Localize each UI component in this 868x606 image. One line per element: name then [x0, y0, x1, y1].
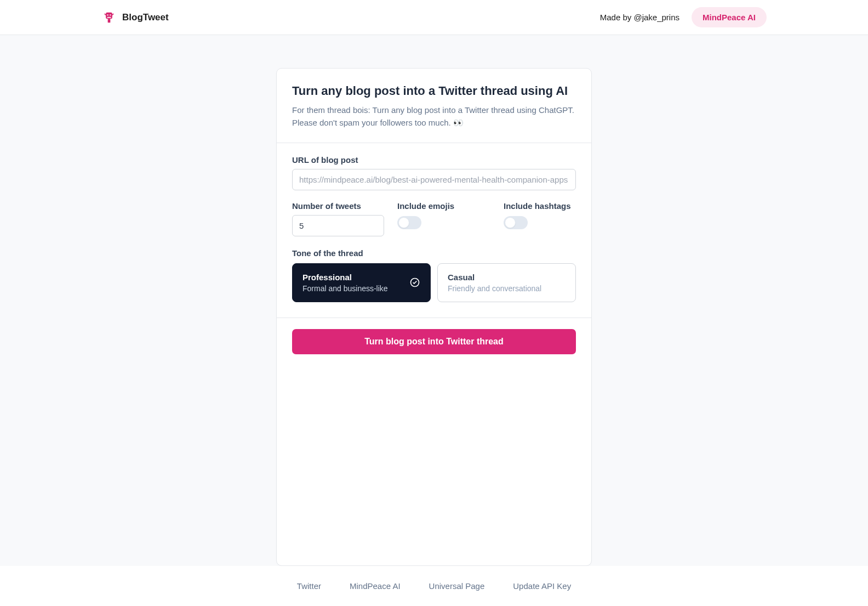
header-right: Made by @jake_prins MindPeace AI [600, 7, 767, 27]
card-body: URL of blog post Number of tweets Includ… [277, 143, 591, 318]
emojis-label: Include emojis [397, 201, 490, 211]
tone-title: Professional [302, 273, 420, 282]
made-by-link[interactable]: Made by @jake_prins [600, 13, 679, 22]
svg-line-5 [105, 14, 106, 15]
col-hashtags: Include hashtags [504, 201, 576, 236]
url-label: URL of blog post [292, 155, 576, 165]
tone-options: Professional Formal and business-like Ca… [292, 263, 576, 302]
card-title: Turn any blog post into a Twitter thread… [292, 84, 576, 98]
tone-section: Tone of the thread Professional Formal a… [292, 248, 576, 302]
svg-rect-3 [107, 16, 111, 18]
form-row-options: Number of tweets Include emojis Include … [292, 201, 576, 236]
svg-line-6 [112, 14, 113, 15]
footer-link-twitter[interactable]: Twitter [297, 581, 321, 591]
hashtags-label: Include hashtags [504, 201, 576, 211]
tone-desc: Formal and business-like [302, 284, 420, 293]
brand[interactable]: BlogTweet [101, 10, 169, 25]
card-subtitle: For them thread bois: Turn any blog post… [292, 104, 576, 129]
url-input[interactable] [292, 169, 576, 190]
tone-professional[interactable]: Professional Formal and business-like [292, 263, 431, 302]
main: Turn any blog post into a Twitter thread… [0, 35, 868, 566]
tone-desc: Friendly and conversational [448, 284, 566, 293]
footer-link-apikey[interactable]: Update API Key [513, 581, 571, 591]
footer-link-universal[interactable]: Universal Page [429, 581, 485, 591]
tone-title: Casual [448, 273, 566, 282]
card-header: Turn any blog post into a Twitter thread… [277, 69, 591, 143]
col-emojis: Include emojis [397, 201, 490, 236]
footer: Twitter MindPeace AI Universal Page Upda… [0, 566, 868, 606]
svg-rect-0 [106, 12, 112, 19]
tweets-label: Number of tweets [292, 201, 384, 211]
check-circle-icon [409, 277, 420, 288]
mindpeace-button[interactable]: MindPeace AI [692, 7, 767, 27]
logo-icon [101, 10, 117, 25]
submit-button[interactable]: Turn blog post into Twitter thread [292, 329, 576, 354]
svg-point-2 [110, 14, 111, 15]
tone-label: Tone of the thread [292, 248, 576, 258]
emojis-toggle[interactable] [397, 216, 421, 229]
header: BlogTweet Made by @jake_prins MindPeace … [0, 0, 868, 35]
toggle-knob [505, 217, 516, 228]
card-footer: Turn blog post into Twitter thread [277, 318, 591, 367]
hashtags-toggle[interactable] [504, 216, 528, 229]
main-card: Turn any blog post into a Twitter thread… [276, 68, 592, 566]
toggle-knob [398, 217, 409, 228]
tweets-input[interactable] [292, 215, 384, 236]
brand-name: BlogTweet [122, 12, 169, 23]
tone-casual[interactable]: Casual Friendly and conversational [437, 263, 576, 302]
svg-point-1 [107, 14, 108, 15]
col-tweets: Number of tweets [292, 201, 384, 236]
svg-rect-4 [108, 19, 111, 22]
footer-link-mindpeace[interactable]: MindPeace AI [350, 581, 401, 591]
